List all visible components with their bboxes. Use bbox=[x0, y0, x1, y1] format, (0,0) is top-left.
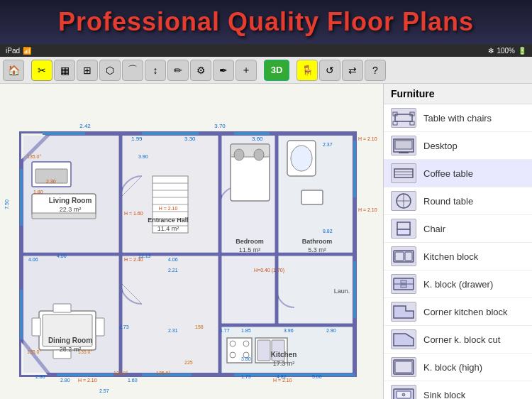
bluetooth-icon: ✻ bbox=[488, 47, 494, 55]
svg-text:3.90: 3.90 bbox=[138, 154, 148, 159]
svg-marker-150 bbox=[394, 334, 414, 346]
hero-banner: Professional Quality Floor Plans bbox=[0, 0, 532, 44]
chair-icon bbox=[391, 219, 416, 239]
svg-rect-134 bbox=[394, 169, 413, 177]
svg-text:22.3 m²: 22.3 m² bbox=[60, 206, 82, 213]
svg-text:1.73: 1.73 bbox=[241, 374, 251, 379]
curve-button[interactable]: ⌒ bbox=[122, 60, 143, 81]
svg-text:4.06: 4.06 bbox=[168, 257, 178, 262]
battery-icon: 🔋 bbox=[518, 47, 526, 55]
furniture-item-table-chairs[interactable]: Table with chairs bbox=[384, 104, 532, 132]
svg-text:2.30: 2.30 bbox=[46, 179, 56, 184]
main-area: Edition bbox=[0, 84, 532, 399]
svg-text:3.60: 3.60 bbox=[252, 136, 263, 142]
svg-rect-64 bbox=[32, 318, 40, 336]
toolbar: 🏠 ✂ ▦ ⊞ ⬡ ⌒ ↕ ✏ ⚙ ✒ ＋ 3D 🪑 ↺ ⇄ ? bbox=[0, 57, 532, 84]
furniture-label-round-table: Round table bbox=[423, 196, 473, 207]
furniture-item-round-table[interactable]: Round table bbox=[384, 187, 532, 215]
svg-text:135.0°: 135.0° bbox=[156, 371, 171, 376]
shape-button[interactable]: ⬡ bbox=[99, 60, 121, 81]
furniture-label-desktop: Desktop bbox=[423, 141, 458, 151]
status-bar: iPad 📶 ✻ 100% 🔋 bbox=[0, 44, 532, 57]
svg-text:2.90: 2.90 bbox=[326, 328, 336, 333]
svg-text:8.82: 8.82 bbox=[323, 229, 333, 234]
corner-k-block-cut-icon bbox=[391, 329, 416, 349]
svg-text:H = 1.60: H = 1.60 bbox=[124, 211, 143, 216]
dimension-button[interactable]: ↕ bbox=[145, 60, 166, 81]
svg-rect-148 bbox=[401, 285, 406, 288]
furniture-label-corner-k-block-cut: Corner k. block cut bbox=[423, 334, 500, 345]
sink-block-icon bbox=[391, 385, 416, 399]
furniture-button[interactable]: 🪑 bbox=[297, 60, 318, 81]
svg-text:H = 2.10: H = 2.10 bbox=[358, 136, 377, 141]
furniture-label-kitchen-block: Kitchen block bbox=[423, 251, 478, 262]
furniture-item-k-block-drawer[interactable]: K. block (drawer) bbox=[384, 270, 532, 298]
furniture-label-table-chairs: Table with chairs bbox=[423, 113, 492, 124]
svg-text:2.73: 2.73 bbox=[119, 324, 129, 329]
k-block-high-icon bbox=[391, 357, 416, 377]
svg-text:Bathroom: Bathroom bbox=[302, 238, 333, 245]
svg-text:4.00: 4.00 bbox=[57, 253, 67, 258]
help-button[interactable]: ? bbox=[365, 60, 386, 81]
battery-label: 100% bbox=[497, 47, 515, 55]
svg-text:135.0°: 135.0° bbox=[27, 349, 42, 354]
home-button[interactable]: 🏠 bbox=[3, 60, 24, 81]
svg-rect-32 bbox=[222, 256, 275, 323]
svg-text:2.80: 2.80 bbox=[60, 378, 70, 383]
floor-plan-canvas[interactable]: Edition bbox=[0, 84, 383, 399]
svg-rect-60 bbox=[257, 340, 270, 361]
svg-marker-149 bbox=[394, 306, 414, 318]
kitchen-block-icon bbox=[391, 246, 416, 266]
svg-rect-144 bbox=[405, 252, 412, 261]
svg-text:Dining Room: Dining Room bbox=[48, 337, 92, 344]
furniture-item-corner-kitchen-block[interactable]: Corner kitchen block bbox=[384, 298, 532, 326]
svg-text:3.70: 3.70 bbox=[214, 123, 226, 129]
device-label: iPad bbox=[6, 47, 20, 55]
svg-text:1.77: 1.77 bbox=[220, 328, 230, 333]
furniture-item-coffee-table[interactable]: Coffee table bbox=[384, 160, 532, 187]
floor-plan-svg: Living Room 22.3 m² Entrance Hall 11.4 m… bbox=[0, 84, 383, 399]
svg-text:2.21: 2.21 bbox=[168, 268, 178, 273]
svg-text:2.31: 2.31 bbox=[168, 328, 178, 333]
svg-rect-147 bbox=[401, 280, 406, 283]
svg-rect-132 bbox=[395, 141, 412, 149]
svg-rect-152 bbox=[395, 361, 412, 373]
svg-rect-65 bbox=[96, 318, 104, 336]
furniture-item-k-block-high[interactable]: K. block (high) bbox=[384, 354, 532, 381]
svg-text:2.80: 2.80 bbox=[35, 374, 45, 379]
pencil-button[interactable]: ✒ bbox=[213, 60, 234, 81]
furniture-item-desktop[interactable]: Desktop bbox=[384, 132, 532, 160]
wifi-icon: 📶 bbox=[23, 47, 31, 55]
furniture-item-chair[interactable]: Chair bbox=[384, 215, 532, 243]
svg-rect-143 bbox=[395, 252, 404, 261]
select-tool-button[interactable]: ✂ bbox=[31, 60, 52, 81]
svg-text:11.4 m²: 11.4 m² bbox=[157, 225, 179, 232]
svg-point-50 bbox=[254, 149, 264, 160]
svg-text:135.0°: 135.0° bbox=[27, 154, 42, 159]
furniture-item-sink-block[interactable]: Sink block bbox=[384, 381, 532, 399]
hero-title: Professional Quality Floor Plans bbox=[58, 7, 474, 37]
furniture-label-chair: Chair bbox=[423, 224, 445, 234]
3d-view-button[interactable]: 3D bbox=[264, 60, 289, 81]
furniture-item-kitchen-block[interactable]: Kitchen block bbox=[384, 243, 532, 270]
rotate-button[interactable]: ↺ bbox=[319, 60, 340, 81]
settings-button[interactable]: ⚙ bbox=[190, 60, 211, 81]
flip-button[interactable]: ⇄ bbox=[342, 60, 363, 81]
furniture-label-k-block-drawer: K. block (drawer) bbox=[423, 279, 493, 290]
window-button[interactable]: ⊞ bbox=[77, 60, 98, 81]
svg-text:3.80: 3.80 bbox=[241, 356, 251, 361]
furniture-item-corner-k-block-cut[interactable]: Corner k. block cut bbox=[384, 326, 532, 354]
add-button[interactable]: ＋ bbox=[235, 60, 257, 81]
round-table-icon bbox=[391, 191, 416, 211]
status-left: iPad 📶 bbox=[6, 47, 31, 55]
svg-text:2.42: 2.42 bbox=[79, 123, 91, 129]
furniture-label-sink-block: Sink block bbox=[423, 390, 465, 400]
edit-button[interactable]: ✏ bbox=[167, 60, 189, 81]
wall-grid-button[interactable]: ▦ bbox=[54, 60, 75, 81]
svg-text:1.85: 1.85 bbox=[241, 328, 251, 333]
desktop-icon bbox=[391, 136, 416, 155]
furniture-label-coffee-table: Coffee table bbox=[423, 168, 473, 179]
svg-text:225: 225 bbox=[184, 360, 193, 365]
svg-text:5.3 m²: 5.3 m² bbox=[308, 246, 326, 253]
furniture-panel-header: Furniture bbox=[384, 84, 532, 104]
